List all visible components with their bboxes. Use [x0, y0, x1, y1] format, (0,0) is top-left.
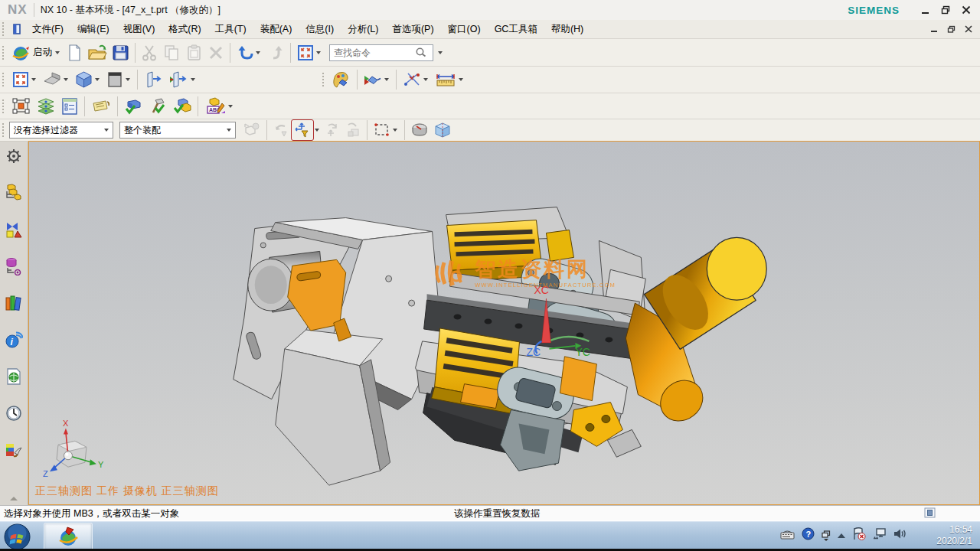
graphics-viewport[interactable]: XC YC ZC X Y Z 智造资料网: [28, 141, 980, 505]
cut-button[interactable]: [139, 42, 160, 64]
edit-section-button[interactable]: [165, 69, 199, 90]
history-tab[interactable]: [4, 403, 24, 423]
menu-window[interactable]: 窗口(O): [441, 21, 488, 38]
menu-file[interactable]: 文件(F): [25, 21, 70, 38]
assembly-model[interactable]: [234, 207, 766, 485]
show-hidden-icons-button[interactable]: [838, 533, 845, 538]
chevron-down-icon[interactable]: [438, 51, 443, 54]
web-browser-tab[interactable]: [4, 367, 24, 386]
assembly-navigator-button[interactable]: [34, 96, 58, 117]
model-canvas[interactable]: XC YC ZC X Y Z: [29, 142, 979, 504]
toolbar-grip[interactable]: [2, 73, 6, 86]
network-tray-icon[interactable]: [873, 528, 887, 543]
chevron-down-icon: [191, 78, 195, 81]
prev-selection-button[interactable]: [270, 120, 292, 140]
start-button[interactable]: [4, 523, 31, 551]
chevron-down-icon[interactable]: [315, 129, 319, 132]
taskbar-clock[interactable]: 16:54 2020/2/1: [906, 523, 975, 548]
toolbar-grip[interactable]: [2, 22, 6, 36]
divider: [290, 43, 291, 63]
snap-filter-button[interactable]: [292, 120, 313, 140]
toolbar-grip[interactable]: [2, 99, 6, 113]
clip-section-button[interactable]: [141, 69, 165, 90]
keyboard-tray-icon[interactable]: [780, 529, 795, 543]
background-button[interactable]: [103, 69, 134, 90]
constraint-navigator-button[interactable]: [58, 96, 81, 117]
touch-mode-button[interactable]: [294, 42, 325, 64]
command-finder[interactable]: [329, 44, 433, 61]
child-close-button[interactable]: [965, 25, 972, 33]
true-shading-button[interactable]: [329, 69, 354, 90]
find-command-input[interactable]: [332, 47, 415, 59]
render-style-button[interactable]: [72, 69, 103, 90]
move-component-button[interactable]: [9, 96, 34, 117]
child-minimize-button[interactable]: [931, 25, 939, 33]
measure-button[interactable]: [432, 69, 467, 90]
menu-edit[interactable]: 编辑(E): [70, 21, 116, 38]
select-assembly-button[interactable]: [240, 120, 263, 140]
menu-gc-toolbox[interactable]: GC工具箱: [488, 21, 544, 38]
undo-button[interactable]: [234, 42, 264, 64]
internet-info-tab[interactable]: i: [4, 330, 24, 350]
new-file-button[interactable]: [64, 42, 85, 64]
capture-selection-button[interactable]: [342, 120, 364, 140]
general-object-button[interactable]: [408, 120, 431, 140]
menu-preferences[interactable]: 首选项(P): [385, 21, 440, 38]
note-button[interactable]: [88, 96, 114, 117]
volume-tray-icon[interactable]: [893, 528, 906, 543]
help-tray-icon[interactable]: ?: [802, 527, 815, 543]
minimize-button[interactable]: [921, 6, 930, 15]
snap-point-button[interactable]: [400, 69, 432, 90]
selection-filter-dropdown[interactable]: 没有选择过滤器: [9, 122, 113, 139]
view-orient-button[interactable]: [40, 69, 72, 90]
start-menu-button[interactable]: 启动: [9, 42, 64, 64]
divider: [367, 120, 368, 140]
window-title: NX 10 - 基本环境 - [47_x_t.prt （修改的）]: [41, 4, 220, 17]
desktop-tray-icon[interactable]: [822, 530, 831, 541]
menu-tools[interactable]: 工具(T): [208, 21, 253, 38]
chevron-down-icon: [55, 51, 60, 54]
menu-information[interactable]: 信息(I): [299, 21, 341, 38]
verify-block-button[interactable]: [121, 96, 145, 117]
assembly-navigator-tab[interactable]: [4, 183, 24, 203]
reuse-library-tab[interactable]: [4, 293, 24, 313]
body-select-button[interactable]: [431, 120, 454, 140]
title-bar: NX NX 10 - 基本环境 - [47_x_t.prt （修改的）] SIE…: [0, 0, 980, 21]
action-center-flag-icon[interactable]: [852, 527, 866, 543]
constraint-navigator-tab[interactable]: [4, 220, 24, 240]
visual-effects-button[interactable]: [361, 69, 393, 90]
menu-assemblies[interactable]: 装配(A): [253, 21, 299, 38]
roles-palette-tab[interactable]: [4, 440, 24, 460]
part-navigator-tab[interactable]: [4, 256, 24, 276]
visual-effects-icon: [363, 70, 383, 89]
name-edit-button[interactable]: ABC: [201, 96, 237, 117]
menu-help[interactable]: 帮助(H): [544, 21, 590, 38]
resource-scroll-up-icon[interactable]: [10, 497, 18, 500]
roles-gear-button[interactable]: [4, 146, 24, 166]
redo-button[interactable]: [264, 42, 287, 64]
copy-button[interactable]: [160, 42, 183, 64]
status-tray-icon[interactable]: [924, 507, 936, 520]
fit-view-button[interactable]: [9, 69, 40, 90]
toolbar-grip[interactable]: [322, 73, 326, 86]
menu-analysis[interactable]: 分析(L): [341, 21, 385, 38]
selection-scope-dropdown[interactable]: 整个装配: [119, 122, 236, 139]
toolbar-grip[interactable]: [2, 46, 6, 60]
verify-assembly-button[interactable]: [170, 96, 194, 117]
toolbar-grip[interactable]: [2, 123, 6, 137]
taskbar-nx-app-button[interactable]: [44, 523, 93, 550]
paste-button[interactable]: [183, 42, 205, 64]
verify-clearance-button[interactable]: [145, 96, 170, 117]
rotate-selection-button[interactable]: [321, 120, 342, 140]
close-button[interactable]: [962, 5, 971, 15]
web-page-icon: [5, 367, 23, 386]
check-cubes-icon: [172, 97, 192, 116]
save-button[interactable]: [109, 42, 132, 64]
menu-view[interactable]: 视图(V): [116, 21, 162, 38]
open-button[interactable]: [85, 42, 109, 64]
restore-button[interactable]: [941, 5, 951, 15]
delete-button[interactable]: [205, 42, 227, 64]
marquee-select-button[interactable]: [371, 120, 401, 140]
menu-format[interactable]: 格式(R): [162, 21, 207, 38]
child-restore-button[interactable]: [947, 25, 956, 34]
